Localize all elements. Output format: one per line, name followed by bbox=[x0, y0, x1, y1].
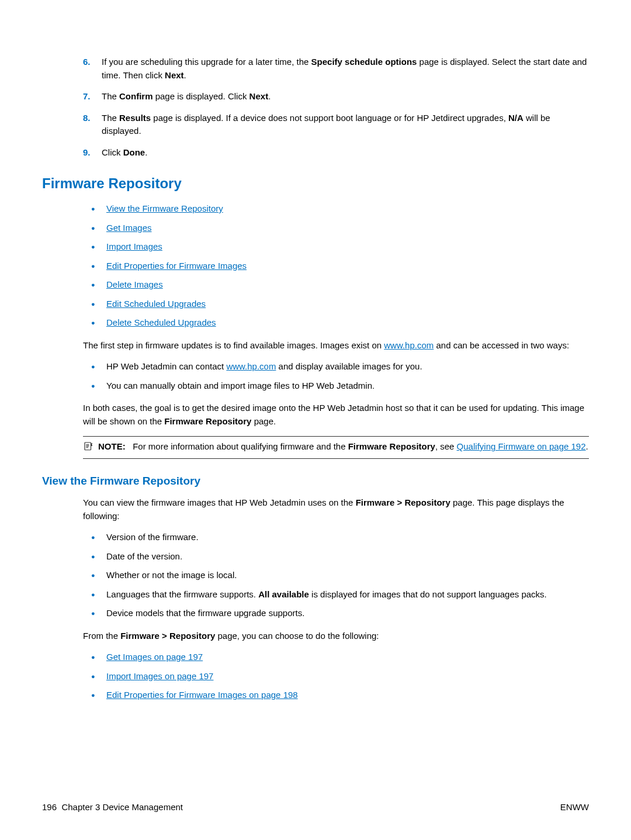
list-item: Date of the version. bbox=[83, 550, 589, 564]
toc-link[interactable]: Get Images bbox=[106, 223, 152, 233]
list-item: Device models that the firmware upgrade … bbox=[83, 607, 589, 620]
toc-link[interactable]: Delete Scheduled Upgrades bbox=[106, 317, 216, 327]
list-item: Import Images bbox=[83, 240, 589, 254]
action-link[interactable]: Get Images on page 197 bbox=[106, 652, 203, 662]
step-text: Click Done. bbox=[102, 146, 589, 160]
step-text: The Confirm page is displayed. Click Nex… bbox=[102, 90, 589, 103]
step-item: 8.The Results page is displayed. If a de… bbox=[83, 112, 589, 138]
list-item: HP Web Jetadmin can contact www.hp.com a… bbox=[83, 360, 589, 374]
toc-link[interactable]: Import Images bbox=[106, 241, 162, 251]
toc-link[interactable]: View the Firmware Repository bbox=[106, 203, 223, 213]
list-item: Whether or not the image is local. bbox=[83, 569, 589, 582]
action-link-list: Get Images on page 197Import Images on p… bbox=[83, 651, 589, 702]
note-label: NOTE: bbox=[98, 441, 126, 451]
list-item: Edit Scheduled Upgrades bbox=[83, 298, 589, 311]
action-link[interactable]: Import Images on page 197 bbox=[106, 671, 213, 681]
step-number: 9. bbox=[83, 146, 102, 160]
toc-link[interactable]: Edit Properties for Firmware Images bbox=[106, 261, 247, 271]
footer-right: ENWW bbox=[560, 801, 589, 814]
step-text: If you are scheduling this upgrade for a… bbox=[102, 56, 589, 82]
page-number: 196 bbox=[42, 802, 57, 812]
list-item: Get Images bbox=[83, 222, 589, 235]
list-item: Import Images on page 197 bbox=[83, 670, 589, 683]
list-item: Languages that the firmware supports. Al… bbox=[83, 588, 589, 602]
step-number: 6. bbox=[83, 56, 102, 82]
step-number: 8. bbox=[83, 112, 102, 138]
toc-link-list: View the Firmware RepositoryGet ImagesIm… bbox=[83, 202, 589, 330]
paragraph-choose-following: From the Firmware > Repository page, you… bbox=[83, 630, 589, 643]
step-number: 7. bbox=[83, 90, 102, 103]
link-hp-com[interactable]: www.hp.com bbox=[226, 361, 276, 371]
view-items-list: Version of the firmware.Date of the vers… bbox=[83, 531, 589, 620]
page-footer: 196 Chapter 3 Device Management ENWW bbox=[42, 801, 589, 814]
note-icon bbox=[83, 441, 96, 455]
access-ways-list: HP Web Jetadmin can contact www.hp.com a… bbox=[83, 360, 589, 392]
note-block: NOTE: For more information about qualify… bbox=[83, 436, 589, 459]
list-item: Get Images on page 197 bbox=[83, 651, 589, 664]
document-page: 6.If you are scheduling this upgrade for… bbox=[0, 0, 631, 840]
paragraph-view-intro: You can view the firmware images that HP… bbox=[83, 496, 589, 523]
toc-link[interactable]: Edit Scheduled Upgrades bbox=[106, 299, 206, 309]
step-item: 7.The Confirm page is displayed. Click N… bbox=[83, 90, 589, 103]
list-item: Delete Scheduled Upgrades bbox=[83, 316, 589, 330]
list-item: View the Firmware Repository bbox=[83, 202, 589, 216]
list-item: Delete Images bbox=[83, 278, 589, 292]
link-qualifying-firmware[interactable]: Qualifying Firmware on page 192 bbox=[457, 441, 586, 451]
list-item: Edit Properties for Firmware Images bbox=[83, 260, 589, 273]
paragraph-find-images: The first step in firmware updates is to… bbox=[83, 339, 589, 352]
toc-link[interactable]: Delete Images bbox=[106, 279, 163, 289]
subsection-heading-view-repository: View the Firmware Repository bbox=[42, 473, 589, 490]
list-item: Edit Properties for Firmware Images on p… bbox=[83, 689, 589, 702]
step-item: 9.Click Done. bbox=[83, 146, 589, 160]
step-text: The Results page is displayed. If a devi… bbox=[102, 112, 589, 138]
numbered-steps: 6.If you are scheduling this upgrade for… bbox=[83, 56, 589, 159]
chapter-label: Chapter 3 Device Management bbox=[61, 802, 183, 812]
link-hp-com[interactable]: www.hp.com bbox=[384, 340, 434, 350]
list-item: You can manually obtain and import image… bbox=[83, 379, 589, 393]
action-link[interactable]: Edit Properties for Firmware Images on p… bbox=[106, 690, 298, 700]
section-heading-firmware-repository: Firmware Repository bbox=[42, 173, 589, 194]
list-item: Version of the firmware. bbox=[83, 531, 589, 544]
step-item: 6.If you are scheduling this upgrade for… bbox=[83, 56, 589, 82]
paragraph-goal: In both cases, the goal is to get the de… bbox=[83, 402, 589, 428]
